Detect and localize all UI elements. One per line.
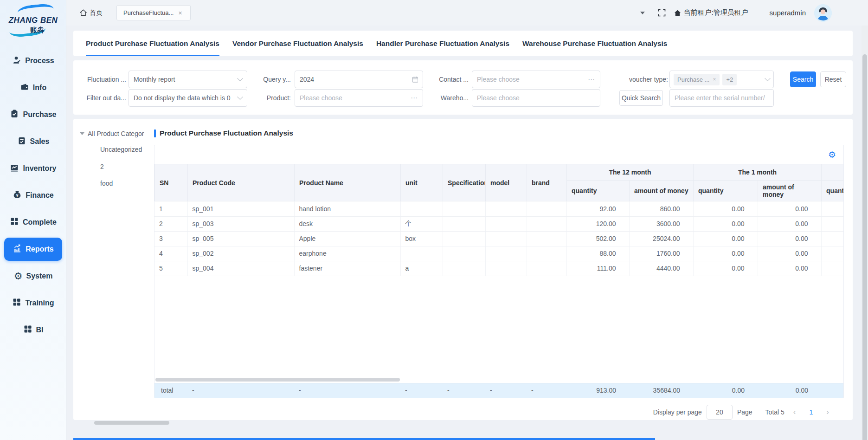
page-size-select[interactable]: 20 (707, 405, 733, 420)
tenant-info[interactable]: 当前租户:管理员租户 (674, 8, 748, 17)
current-page[interactable]: 1 (805, 408, 818, 416)
horizontal-scrollbar[interactable] (154, 376, 843, 383)
table-cell (443, 231, 485, 246)
close-icon[interactable]: × (713, 76, 716, 83)
tree-item-2[interactable]: 2 (100, 163, 104, 170)
voucher-more-label: +2 (726, 76, 733, 83)
col-header-12m-quantity[interactable]: quantity (567, 181, 630, 201)
query-year-value[interactable] (300, 76, 412, 83)
chevron-down-icon[interactable] (640, 12, 645, 14)
logo-subtitle: 账犇 (0, 26, 74, 35)
fullscreen-icon[interactable] (658, 9, 666, 17)
sidebar-item-process[interactable]: Process (0, 47, 66, 74)
close-icon[interactable]: × (178, 9, 182, 17)
table-row[interactable]: 1 sp_001 hand lotion 92.00 860.00 0.00 0… (154, 201, 843, 216)
home-nav[interactable]: 首页 (73, 0, 113, 26)
gear-icon: ⚙ (14, 272, 23, 281)
col-header-1m-quantity[interactable]: quantity (694, 181, 758, 201)
sidebar-item-sales[interactable]: Sales (0, 128, 66, 155)
tab-warehouse-analysis[interactable]: Warehouse Purchase Fluctuation Analysis (522, 31, 667, 56)
voucher-tag[interactable]: Purchase ...× (674, 74, 720, 85)
contact-select[interactable]: ⋯ (472, 71, 600, 88)
sidebar-item-info[interactable]: Info (0, 74, 66, 101)
serial-number-input[interactable] (669, 89, 774, 107)
page-horizontal-scrollbar-thumb[interactable] (94, 421, 169, 425)
sidebar-item-purchase[interactable]: Purchase (0, 101, 66, 128)
sidebar-item-complete[interactable]: Complete (0, 209, 66, 236)
serial-number-value[interactable] (675, 94, 769, 102)
tree-root-label: All Product Categor (88, 130, 144, 137)
sidebar-item-label: Finance (26, 191, 53, 200)
scrollbar-thumb[interactable] (155, 378, 400, 382)
content-panel: All Product Categor Uncategorized 2 food… (73, 119, 853, 420)
caret-down-icon[interactable] (80, 132, 84, 135)
avatar[interactable] (814, 4, 832, 22)
settings-gear-icon[interactable]: ⚙ (828, 150, 836, 159)
username[interactable]: superadmin (770, 9, 806, 17)
fluctuation-select[interactable] (129, 71, 247, 88)
table-cell: 个 (400, 216, 443, 231)
col-header-12m-amount[interactable]: amount of money (630, 181, 694, 201)
col-header-product-name[interactable]: Product Name (295, 164, 401, 201)
quick-search-button[interactable]: Quick Search (619, 90, 663, 106)
voucher-more-tag[interactable]: +2 (722, 74, 737, 85)
total-count-label: Total 5 (765, 408, 784, 416)
sidebar-item-inventory[interactable]: Inventory (0, 155, 66, 182)
tree-root-all-categories[interactable]: All Product Categor (80, 130, 144, 137)
analysis-table: ⚙ SN Product Code Product Name unit Spec… (154, 145, 844, 398)
sidebar-item-system[interactable]: ⚙ System (0, 263, 66, 290)
warehouse-select[interactable] (472, 89, 600, 107)
table-cell: 0.00 (758, 261, 821, 276)
scrollbar-thumb[interactable] (862, 54, 867, 440)
contact-value[interactable] (477, 76, 588, 83)
sidebar-item-label: BI (36, 326, 44, 334)
tab-label: Product Purchase Fluctuation Analysis (86, 39, 219, 48)
col-header-product-code[interactable]: Product Code (188, 164, 295, 201)
table-cell (485, 216, 527, 231)
table-cell: 0.00 (758, 246, 821, 261)
tab-vendor-analysis[interactable]: Vendor Purchase Fluctuation Analysis (232, 31, 363, 56)
product-label: Product: (260, 89, 291, 107)
fluctuation-value[interactable] (134, 76, 238, 83)
filter-out-select[interactable] (129, 89, 247, 107)
table-row[interactable]: 2 sp_003 desk 个 120.00 3600.00 0.00 0.00 (154, 216, 843, 231)
voucher-type-select[interactable]: Purchase ...× +2 (669, 71, 774, 88)
warehouse-value[interactable] (477, 94, 595, 102)
col-header-model[interactable]: model (486, 164, 527, 201)
total-cell: 0.00 (758, 383, 821, 398)
sidebar-item-training[interactable]: Training (0, 290, 66, 317)
col-header-specifications[interactable]: Specifications (443, 164, 486, 201)
sidebar-item-reports[interactable]: Reports (4, 238, 62, 261)
total-cell (821, 383, 844, 398)
col-header-brand[interactable]: brand (527, 164, 567, 201)
search-button[interactable]: Search (790, 71, 816, 87)
open-tab[interactable]: PurchaseFluctua... × (116, 5, 191, 20)
table-header: SN Product Code Product Name unit Specif… (154, 164, 844, 201)
col-header-1m-amount[interactable]: amount of money (758, 181, 822, 201)
sidebar-item-finance[interactable]: ¥ Finance (0, 182, 66, 209)
ellipsis-icon: ⋯ (588, 75, 595, 84)
tree-item-uncategorized[interactable]: Uncategorized (100, 146, 142, 153)
vertical-scrollbar[interactable] (862, 26, 868, 440)
product-select[interactable]: ⋯ (295, 89, 423, 107)
tree-item-food[interactable]: food (100, 180, 113, 187)
table-row[interactable]: 4 sp_002 earphone 88.00 1760.00 0.00 0.0… (154, 246, 843, 261)
col-header-sn[interactable]: SN (155, 164, 188, 201)
col-header-clipped-quantity[interactable]: quantity (822, 181, 844, 201)
sidebar: ZHANG BEN 账犇 Process Info Purchase Sales… (0, 0, 66, 440)
col-header-unit[interactable]: unit (401, 164, 443, 201)
query-year-input[interactable] (295, 71, 423, 88)
table-row[interactable]: 3 sp_005 Apple box 502.00 25024.00 0.00 … (154, 231, 843, 246)
reset-button[interactable]: Reset (820, 71, 846, 87)
sidebar-item-label: Complete (23, 218, 57, 226)
prev-page-icon[interactable]: ‹ (789, 408, 800, 417)
tab-handler-analysis[interactable]: Handler Purchase Fluctuation Analysis (376, 31, 509, 56)
next-page-icon[interactable]: › (822, 408, 833, 417)
product-value[interactable] (300, 94, 411, 102)
table-row[interactable]: 5 sp_004 fastener a 111.00 4440.00 0.00 … (154, 261, 843, 276)
total-cell: 35684.00 (629, 383, 693, 398)
filter-out-value[interactable] (134, 94, 241, 102)
table-cell: 0.00 (693, 201, 758, 216)
tab-product-analysis[interactable]: Product Purchase Fluctuation Analysis (86, 31, 219, 56)
sidebar-item-bi[interactable]: BI (0, 317, 66, 343)
